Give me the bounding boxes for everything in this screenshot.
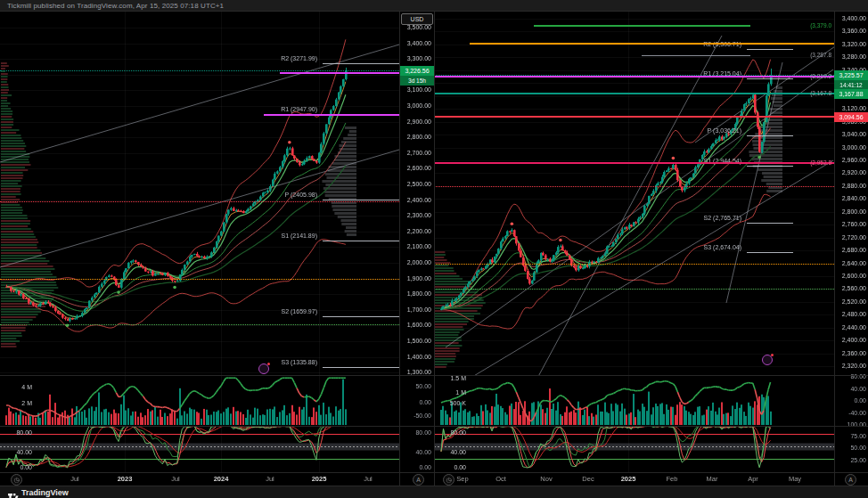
price-axis-tick: 3,000.00: [835, 144, 866, 151]
volume-scale-label: 1 M: [441, 389, 466, 396]
auto-scale-button[interactable]: A: [845, 474, 856, 486]
price-axis-tick: 1,900.00: [400, 275, 431, 282]
tradingview-logo-text[interactable]: TradingView: [21, 488, 69, 497]
volume-scale-label: 500 K: [441, 400, 466, 406]
price-level-line: [642, 55, 749, 56]
price-axis-tick: 3,320.00: [835, 41, 866, 47]
price-level-line: [0, 201, 399, 202]
price-level-line: [434, 116, 834, 118]
price-axis-tick: 1,300.00: [400, 369, 431, 375]
pivot-level-label: S2 (2,765.71): [659, 215, 741, 221]
price-axis-tick: 2,600.00: [835, 273, 866, 279]
tradingview-published-layout: { "header": { "publisher": "Tickmill pub…: [0, 0, 868, 498]
price-axis-tick: 2,500.00: [400, 181, 431, 187]
pivot-level-label: P (2405.98): [235, 192, 317, 198]
clipped-level-label: (3,167.8: [760, 90, 831, 96]
volume-axis-tick: 40.00: [835, 386, 866, 392]
price-level-line: [470, 43, 834, 45]
price-axis-tick: 2,000.00: [400, 259, 431, 265]
price-axis-tick: 3,300.00: [400, 55, 431, 61]
price-axis-tick: 2,800.00: [400, 134, 431, 140]
publish-info-bar: Tickmill published on TradingView.com, A…: [0, 0, 868, 12]
axis-separator: [434, 11, 435, 486]
price-axis-tick: 2,640.00: [835, 260, 866, 266]
pivot-level-label: S3 (2,674.04): [659, 244, 741, 250]
price-axis-tick: 3,100.00: [400, 86, 431, 93]
price-axis-tick: 2,560.00: [835, 285, 866, 291]
price-axis-tick: 3,040.00: [835, 131, 866, 137]
time-axis-label: May: [789, 475, 801, 483]
stoch-axis-tick: 50.00: [835, 445, 866, 451]
time-axis-label: Oct: [495, 475, 506, 483]
volume-scale-label: 2 M: [7, 400, 32, 406]
stoch-scale-label: 80.00: [7, 429, 32, 436]
price-level-line: [0, 279, 399, 280]
time-axis-label: Jul: [70, 475, 79, 483]
pivot-level-line: [747, 49, 793, 50]
pivot-level-line: [747, 223, 793, 224]
idea-marker-icon[interactable]: [258, 363, 269, 374]
time-axis-label: 2025: [312, 475, 327, 483]
stoch-axis-tick: 75.00: [835, 433, 866, 439]
volume-axis-tick: -50.00: [400, 412, 431, 419]
level-price-box-green: 3,167.88: [834, 89, 868, 99]
price-axis-tick: 2,480.00: [835, 311, 866, 317]
volume-axis-tick: 0.00: [835, 397, 866, 404]
tradingview-logo-icon[interactable]: [8, 489, 19, 498]
stoch-axis-tick: 80.00: [400, 429, 431, 436]
price-axis-tick: 2,960.00: [835, 157, 866, 163]
price-axis-tick: 2,440.00: [835, 324, 866, 331]
stoch-scale-label: 0.00: [441, 464, 466, 470]
price-level-line: [280, 72, 399, 74]
pivot-level-label: P (3,036.21): [659, 127, 741, 134]
price-axis-tick: 2,900.00: [400, 118, 431, 125]
time-axis-label: Jul: [171, 475, 180, 483]
volume-axis-tick: -40.00: [835, 410, 866, 416]
currency-toggle-button[interactable]: USD: [401, 13, 433, 25]
price-axis-tick: 2,720.00: [835, 234, 866, 241]
pivot-level-line: [323, 241, 399, 241]
stoch-scale-label: 80.00: [441, 429, 466, 436]
auto-scale-button[interactable]: A: [413, 474, 424, 486]
stoch-axis-tick: 0.00: [400, 464, 431, 470]
timezone-clock-button[interactable]: ◷: [443, 474, 454, 486]
stoch-axis-tick: 40.00: [400, 449, 431, 455]
pivot-level-line: [323, 316, 399, 317]
volume-scale-label: 4 M: [7, 384, 32, 390]
idea-marker-icon[interactable]: [762, 355, 773, 365]
time-axis-label: 2025: [621, 475, 636, 483]
timezone-clock-button[interactable]: ◷: [11, 474, 22, 486]
price-axis-tick: 2,800.00: [835, 208, 866, 215]
price-axis-tick: 2,300.00: [400, 212, 431, 218]
time-axis-label: Sep: [456, 475, 468, 483]
price-axis-tick: 2,320.00: [835, 363, 866, 369]
price-axis-tick: 1,700.00: [400, 306, 431, 313]
price-level-line: [264, 114, 399, 116]
pivot-level-label: R2 (3271.99): [235, 55, 317, 61]
pivot-level-line: [323, 63, 399, 64]
price-axis-tick: 2,400.00: [400, 197, 431, 203]
pivot-level-label: S2 (1659.97): [235, 308, 317, 314]
bar-countdown-weekly: 3d 15h: [400, 76, 434, 86]
last-price-box-weekly: 3,226.56: [400, 66, 434, 76]
price-axis-tick: 3,360.00: [835, 28, 866, 34]
pivot-level-label: R1 (2947.90): [235, 106, 317, 112]
price-axis-tick: 2,700.00: [400, 150, 431, 156]
price-axis-tick: 2,760.00: [835, 221, 866, 227]
price-axis-tick: 3,280.00: [835, 53, 866, 60]
time-axis-label: Dec: [582, 475, 594, 483]
price-axis-tick: 2,200.00: [400, 228, 431, 234]
stoch-scale-label: 0.00: [7, 464, 32, 470]
price-axis-tick: 2,360.00: [835, 350, 866, 356]
price-level-line: [0, 70, 399, 71]
volume-scale-label: 1.5 M: [441, 375, 466, 381]
price-axis-tick: 2,100.00: [400, 243, 431, 249]
pivot-level-line: [323, 367, 399, 368]
volume-axis-tick: 0.00: [400, 399, 431, 405]
clipped-level-label: (3,287.8: [760, 52, 831, 58]
price-axis-tick: 2,920.00: [835, 169, 866, 176]
last-price-box-daily: 3,225.57: [834, 70, 868, 80]
labels-overlay: 3,500.003,400.003,300.003,200.003,100.00…: [0, 0, 868, 498]
price-axis-tick: 2,400.00: [835, 337, 866, 343]
time-axis-label: Nov: [540, 475, 552, 483]
